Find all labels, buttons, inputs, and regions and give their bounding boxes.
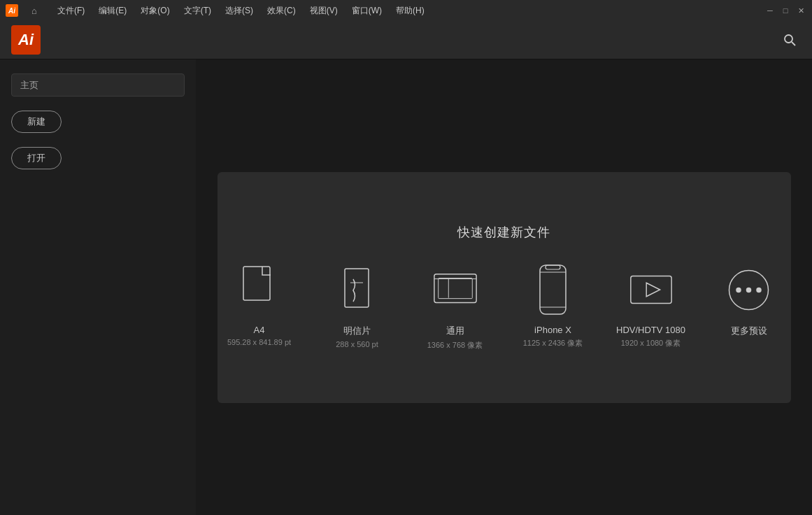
svg-rect-13 [630, 276, 671, 304]
sidebar-buttons: 新建 打开 [11, 111, 185, 178]
preset-a4-icon [236, 262, 283, 318]
preset-hdv[interactable]: HDV/HDTV 1080 1920 x 1080 像素 [616, 262, 686, 348]
svg-point-0 [785, 35, 792, 43]
preset-a4-name: A4 [254, 325, 265, 335]
preset-postcard-name: 明信片 [343, 325, 371, 337]
titlebar-logo: Ai [6, 4, 18, 17]
svg-rect-6 [438, 278, 472, 298]
svg-point-18 [757, 288, 761, 292]
preset-general[interactable]: 通用 1366 x 768 像素 [420, 262, 490, 351]
main-area: 新建 打开 快速创建新文件 A4 595.28 x 841.89 pt [0, 59, 812, 515]
app-logo: Ai [11, 25, 41, 55]
svg-point-17 [747, 288, 751, 292]
preset-hdv-size: 1920 x 1080 像素 [621, 338, 681, 348]
minimize-button[interactable]: ─ [764, 5, 776, 16]
preset-general-name: 通用 [446, 325, 464, 337]
preset-iphonex-name: iPhone X [534, 325, 571, 335]
menu-item-编辑E[interactable]: 编辑(E) [92, 2, 134, 20]
maximize-button[interactable]: □ [780, 5, 791, 16]
preset-postcard-size: 288 x 560 pt [336, 340, 378, 348]
svg-rect-2 [243, 267, 270, 300]
open-button[interactable]: 打开 [11, 147, 62, 169]
title-bar: Ai ⌂ 文件(F)编辑(E)对象(O)文字(T)选择(S)效果(C)视图(V)… [0, 0, 812, 21]
preset-hdv-icon [627, 262, 675, 318]
menu-item-效果C[interactable]: 效果(C) [260, 2, 303, 20]
preset-postcard-icon [334, 262, 381, 318]
menu-bar: 文件(F)编辑(E)对象(O)文字(T)选择(S)效果(C)视图(V)窗口(W)… [50, 2, 756, 20]
sidebar: 新建 打开 [0, 59, 196, 515]
preset-more-icon [725, 262, 773, 318]
menu-item-视图V[interactable]: 视图(V) [303, 2, 345, 20]
content-area: 快速创建新文件 A4 595.28 x 841.89 pt [196, 59, 812, 515]
preset-postcard[interactable]: 明信片 288 x 560 pt [322, 262, 392, 348]
close-button[interactable]: ✕ [795, 5, 806, 16]
menu-item-文字T[interactable]: 文字(T) [177, 2, 218, 20]
preset-iphonex-size: 1125 x 2436 像素 [523, 338, 583, 348]
preset-more[interactable]: 更多预设 [714, 262, 784, 340]
menu-item-选择S[interactable]: 选择(S) [218, 2, 260, 20]
quick-create-panel: 快速创建新文件 A4 595.28 x 841.89 pt [218, 172, 791, 403]
menu-item-帮助H[interactable]: 帮助(H) [389, 2, 432, 20]
preset-general-icon [432, 262, 479, 318]
search-button[interactable] [778, 29, 801, 51]
preset-hdv-name: HDV/HDTV 1080 [616, 325, 685, 335]
search-icon [783, 33, 797, 47]
preset-a4-size: 595.28 x 841.89 pt [227, 338, 291, 346]
preset-general-size: 1366 x 768 像素 [427, 340, 483, 351]
preset-more-name: 更多预设 [731, 325, 767, 337]
new-button[interactable]: 新建 [11, 111, 62, 133]
search-input[interactable] [11, 73, 185, 97]
home-icon[interactable]: ⌂ [27, 3, 42, 18]
svg-marker-14 [646, 283, 660, 296]
svg-point-16 [736, 288, 741, 292]
menu-item-文件F[interactable]: 文件(F) [50, 2, 92, 20]
preset-a4[interactable]: A4 595.28 x 841.89 pt [225, 262, 294, 346]
svg-line-1 [792, 42, 795, 45]
menu-item-窗口W[interactable]: 窗口(W) [345, 2, 389, 20]
header-bar: Ai [0, 21, 812, 59]
preset-grid: A4 595.28 x 841.89 pt 明信片 288 x 560 pt [225, 262, 784, 351]
preset-iphonex-icon [529, 262, 577, 318]
preset-iphonex[interactable]: iPhone X 1125 x 2436 像素 [518, 262, 588, 348]
svg-rect-3 [345, 269, 369, 307]
quick-panel-title: 快速创建新文件 [457, 224, 550, 241]
svg-rect-10 [546, 265, 560, 269]
menu-item-对象O[interactable]: 对象(O) [134, 2, 176, 20]
window-controls: ─ □ ✕ [764, 5, 806, 16]
